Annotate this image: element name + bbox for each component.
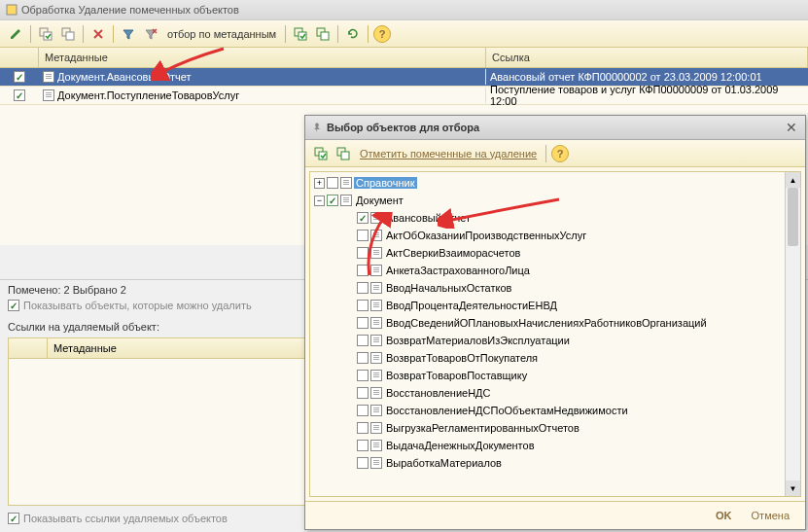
dialog-uncheck-all-icon[interactable] bbox=[334, 144, 353, 163]
tree-item-spravochnik[interactable]: + Справочник bbox=[312, 174, 798, 192]
tree-checkbox[interactable] bbox=[357, 317, 369, 329]
scroll-up-icon[interactable]: ▲ bbox=[786, 172, 800, 188]
tree-checkbox[interactable] bbox=[357, 230, 369, 241]
tree-item[interactable]: ВозвратТоваровОтПокупателя bbox=[355, 349, 798, 367]
tree-item[interactable]: АнкетаЗастрахованногоЛица bbox=[355, 262, 798, 279]
folder-icon bbox=[340, 195, 352, 206]
tree-item-label: ВозвратТоваровОтПокупателя bbox=[384, 352, 540, 364]
tree-item[interactable]: ВозвратТоваровПоставщику bbox=[355, 367, 798, 384]
tree-item-label: ВосстановлениеНДС bbox=[384, 387, 492, 399]
uncheck-all-icon[interactable] bbox=[58, 24, 78, 44]
tree-checkbox[interactable] bbox=[357, 405, 369, 416]
close-icon[interactable]: ✕ bbox=[784, 120, 799, 135]
refs-header-num[interactable] bbox=[9, 338, 48, 358]
tree-item-label: ВыгрузкаРегламентированныхОтчетов bbox=[384, 422, 581, 434]
window-title-text: Обработка Удаление помеченных объектов bbox=[21, 4, 239, 16]
svg-rect-12 bbox=[341, 152, 349, 160]
tree-checkbox[interactable] bbox=[357, 457, 369, 469]
filter-label: отбор по метаданным bbox=[167, 28, 276, 40]
cancel-button[interactable]: Отмена bbox=[746, 508, 795, 523]
tree-item[interactable]: ВосстановлениеНДС bbox=[355, 384, 798, 402]
tree-item-label: ВозвратТоваровПоставщику bbox=[384, 370, 529, 381]
doc-icon bbox=[370, 317, 382, 329]
check-all-icon[interactable] bbox=[36, 24, 55, 44]
doc-icon bbox=[370, 300, 382, 311]
doc-icon bbox=[370, 212, 382, 224]
tree-checkbox[interactable] bbox=[357, 352, 369, 364]
tree-checkbox[interactable] bbox=[357, 440, 369, 451]
tree-item[interactable]: АктСверкиВзаиморасчетов bbox=[355, 244, 798, 262]
expand-icon[interactable]: + bbox=[314, 178, 325, 189]
tree-checkbox[interactable] bbox=[357, 387, 369, 399]
filter-icon[interactable] bbox=[119, 24, 138, 44]
scrollbar-thumb[interactable] bbox=[788, 188, 798, 246]
help-icon[interactable]: ? bbox=[373, 25, 391, 43]
tree-checkbox[interactable] bbox=[357, 282, 369, 294]
tree-checkbox[interactable] bbox=[357, 265, 369, 276]
grid-header-check[interactable] bbox=[0, 48, 39, 67]
tree-item[interactable]: ВозвратМатериаловИзЭксплуатации bbox=[355, 332, 798, 349]
tree-checkbox[interactable] bbox=[357, 212, 369, 224]
filter-dialog: Выбор объектов для отбора ✕ Отметить пом… bbox=[304, 115, 806, 530]
tree-checkbox[interactable] bbox=[357, 335, 369, 346]
tree-item[interactable]: ВыдачаДенежныхДокументов bbox=[355, 437, 798, 454]
grid-header-metadata[interactable]: Метаданные bbox=[39, 48, 486, 67]
tree-item-label: ВыработкаМатериалов bbox=[384, 457, 504, 469]
dialog-title-text: Выбор объектов для отбора bbox=[327, 122, 479, 133]
row-checkbox[interactable] bbox=[14, 71, 25, 83]
tree-item[interactable]: ВосстановлениеНДСПоОбъектамНедвижимости bbox=[355, 402, 798, 419]
tree-item[interactable]: АктОбОказанииПроизводственныхУслуг bbox=[355, 227, 798, 244]
mark-deleted-link[interactable]: Отметить помеченные на удаление bbox=[360, 148, 537, 160]
refresh-icon[interactable] bbox=[343, 24, 363, 44]
row-checkbox[interactable] bbox=[14, 89, 25, 101]
tree-item[interactable]: ВводНачальныхОстатков bbox=[355, 279, 798, 297]
tree-item[interactable]: ВводСведенийОПлановыхНачисленияхРаботник… bbox=[355, 314, 798, 332]
tree-checkbox[interactable] bbox=[327, 195, 338, 206]
doc-icon bbox=[370, 230, 382, 241]
tree-item-label: ВводПроцентаДеятельностиЕНВД bbox=[384, 300, 559, 311]
doc-icon bbox=[370, 265, 382, 276]
check-boxes-icon[interactable] bbox=[291, 24, 310, 44]
tree-checkbox[interactable] bbox=[357, 370, 369, 381]
tree-item[interactable]: АвансовыйОтчет bbox=[355, 209, 798, 227]
window-titlebar: Обработка Удаление помеченных объектов bbox=[0, 0, 808, 20]
tree-checkbox[interactable] bbox=[327, 177, 338, 189]
doc-icon bbox=[370, 352, 382, 364]
scroll-down-icon[interactable]: ▼ bbox=[786, 480, 800, 496]
tree-item-document[interactable]: − Документ bbox=[312, 192, 798, 209]
tree-item-label: ВозвратМатериаловИзЭксплуатации bbox=[384, 335, 572, 346]
show-deletable-label: Показывать объекты, которые можно удалит… bbox=[23, 300, 252, 311]
dialog-help-icon[interactable]: ? bbox=[551, 145, 569, 162]
svg-rect-8 bbox=[321, 32, 329, 40]
tree-item[interactable]: ВводПроцентаДеятельностиЕНВД bbox=[355, 297, 798, 314]
tree-checkbox[interactable] bbox=[357, 300, 369, 311]
tree-item-label: АктСверкиВзаиморасчетов bbox=[384, 247, 522, 259]
show-refs-checkbox[interactable] bbox=[8, 513, 19, 524]
grid-header: Метаданные Ссылка bbox=[0, 48, 808, 68]
tree-item-label: ВыдачаДенежныхДокументов bbox=[384, 440, 537, 451]
row-metadata: Документ.АвансовыйОтчет bbox=[57, 71, 192, 83]
grid-header-link[interactable]: Ссылка bbox=[486, 48, 808, 67]
tree-panel: + Справочник − Документ АвансовыйОтчет А… bbox=[309, 171, 801, 497]
tree-checkbox[interactable] bbox=[357, 247, 369, 259]
grid-row[interactable]: Документ.ПоступлениеТоваровУслуг Поступл… bbox=[0, 87, 808, 105]
tree-item-label: АвансовыйОтчет bbox=[384, 212, 473, 224]
show-deletable-checkbox[interactable] bbox=[8, 300, 19, 311]
filter-clear-icon[interactable] bbox=[141, 24, 160, 44]
doc-icon bbox=[370, 247, 382, 259]
row-metadata: Документ.ПоступлениеТоваровУслуг bbox=[57, 89, 239, 101]
edit-icon[interactable] bbox=[6, 24, 25, 44]
tree-item[interactable]: ВыработкаМатериалов bbox=[355, 454, 798, 472]
uncheck-boxes-icon[interactable] bbox=[313, 24, 333, 44]
tree-checkbox[interactable] bbox=[357, 422, 369, 434]
tree-scrollbar[interactable]: ▲ ▼ bbox=[785, 172, 800, 496]
doc-icon bbox=[43, 89, 54, 101]
collapse-icon[interactable]: − bbox=[314, 195, 325, 206]
ok-button[interactable]: OK bbox=[710, 508, 738, 523]
doc-icon bbox=[370, 405, 382, 416]
dialog-check-all-icon[interactable] bbox=[311, 144, 331, 163]
doc-icon bbox=[370, 457, 382, 469]
tree-item[interactable]: ВыгрузкаРегламентированныхОтчетов bbox=[355, 419, 798, 437]
doc-icon bbox=[370, 282, 382, 294]
delete-icon[interactable] bbox=[88, 24, 108, 44]
